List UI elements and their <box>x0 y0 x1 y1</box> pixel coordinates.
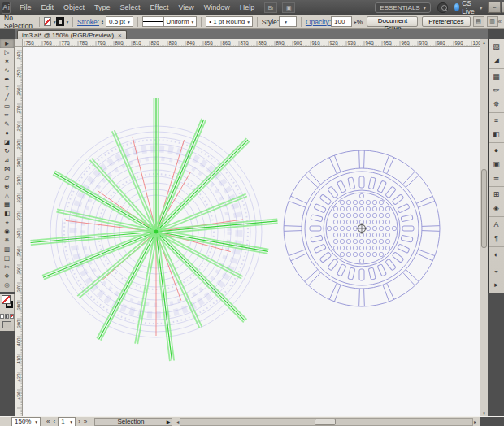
tool-hand[interactable]: ✥ <box>0 272 14 280</box>
tool-eraser[interactable]: ◪ <box>0 137 14 146</box>
panel-symbols-icon[interactable]: ✵ <box>489 98 504 111</box>
stroke-panel-link[interactable]: Stroke: <box>77 18 99 26</box>
menu-window[interactable]: Window <box>199 3 235 11</box>
artwork-left[interactable] <box>30 98 277 361</box>
scroll-down-icon[interactable]: ▾ <box>480 410 488 416</box>
menu-type[interactable]: Type <box>89 3 115 11</box>
menu-help[interactable]: Help <box>235 3 260 11</box>
canvas[interactable] <box>23 47 480 416</box>
panel-color-icon[interactable]: ▧ <box>489 40 504 54</box>
tool-gradient[interactable]: ◧ <box>0 209 14 218</box>
panel-gradient-icon[interactable]: ◧ <box>489 128 504 141</box>
minimize-button[interactable]: – <box>488 2 501 13</box>
tool-blob-brush[interactable]: ● <box>0 128 14 137</box>
align-panel-icon[interactable]: ▤ <box>473 16 484 27</box>
tool-width-tool[interactable]: ⋈ <box>0 164 14 173</box>
color-mode-button[interactable] <box>0 314 4 319</box>
arrange-documents-icon[interactable]: ▣ <box>282 2 295 13</box>
next-artboard-button[interactable]: › <box>77 418 81 425</box>
menu-view[interactable]: View <box>173 3 198 11</box>
workspace-switcher[interactable]: ESSENTIALS ▾ <box>375 2 430 13</box>
panel-swatches-icon[interactable]: ▦ <box>489 70 504 84</box>
menu-edit[interactable]: Edit <box>37 3 59 11</box>
panel-layers-icon[interactable]: ≣ <box>489 172 504 185</box>
tool-eyedropper[interactable]: ⌖ <box>0 218 14 227</box>
opacity-combo[interactable]: 100 <box>331 16 352 27</box>
tool-artboard[interactable]: ◫ <box>0 254 14 263</box>
previous-artboard-button[interactable]: ‹ <box>52 418 56 425</box>
tool-slice[interactable]: ✂ <box>0 263 14 272</box>
stroke-swatch[interactable] <box>56 17 64 26</box>
artboard-number-combo[interactable]: 1 ▾ <box>58 417 76 426</box>
vertical-scroll-thumb[interactable] <box>481 169 487 248</box>
tool-paintbrush[interactable]: ✏ <box>0 111 14 120</box>
status-menu-arrow-icon[interactable]: ▶ <box>167 419 171 424</box>
horizontal-scroll-track[interactable] <box>180 418 473 426</box>
tool-line-segment[interactable]: ╱ <box>0 93 14 102</box>
options-panel-icon[interactable]: ▥ <box>487 16 498 27</box>
panel-stroke-icon[interactable]: ≡ <box>489 114 504 128</box>
tool-direct-selection[interactable]: ▷ <box>0 48 14 57</box>
first-artboard-button[interactable]: « <box>46 418 50 425</box>
tool-perspective-grid[interactable]: △ <box>0 191 14 200</box>
tool-mesh[interactable]: ▦ <box>0 200 14 209</box>
panel-appearance-icon[interactable]: ● <box>489 144 504 158</box>
tab-close-icon[interactable]: × <box>118 32 122 39</box>
panel-transparency-icon[interactable]: ◐ <box>489 248 504 262</box>
panel-brushes-icon[interactable]: ✏ <box>489 84 504 98</box>
vertical-scrollbar[interactable]: ▴ ▾ <box>480 39 488 416</box>
last-artboard-button[interactable]: » <box>83 418 88 425</box>
tool-column-graph[interactable]: ▥ <box>0 245 14 254</box>
document-setup-button[interactable]: Document Setup <box>367 16 418 27</box>
tool-free-transform[interactable]: ▱ <box>0 173 14 182</box>
panel-actions-icon[interactable]: ▸ <box>489 278 504 292</box>
opacity-panel-link[interactable]: Opacity: <box>306 18 331 26</box>
chevron-down-icon[interactable]: ▾ <box>67 20 69 24</box>
panel-info-icon[interactable]: ◒ <box>489 264 504 278</box>
status-display[interactable]: Selection ▶ <box>94 418 172 426</box>
tool-pen[interactable]: ✒ <box>0 75 14 84</box>
horizontal-scroll-thumb[interactable] <box>315 419 336 425</box>
menu-object[interactable]: Object <box>59 3 89 11</box>
tool-lasso[interactable]: ∿ <box>0 66 14 75</box>
collapse-bar-icon[interactable]: « <box>498 18 502 25</box>
panel-paragraph-icon[interactable]: ¶ <box>489 232 504 246</box>
search-input[interactable] <box>437 2 448 13</box>
gradient-mode-button[interactable] <box>5 314 9 319</box>
horizontal-scrollbar[interactable]: ◂ ▸ <box>176 418 477 426</box>
tool-magic-wand[interactable]: ✶ <box>0 57 14 66</box>
tool-rectangle[interactable]: ▭ <box>0 102 14 111</box>
menu-select[interactable]: Select <box>115 3 146 11</box>
drawing-mode-button[interactable] <box>2 321 11 328</box>
stroke-weight-combo[interactable]: 0.5 pt ▾ <box>106 16 133 27</box>
tool-scale[interactable]: ⊿ <box>0 155 14 164</box>
panel-color-guide-icon[interactable]: ◢ <box>489 54 504 67</box>
panel-navigator-icon[interactable]: ◈ <box>489 202 504 215</box>
tool-shape-builder[interactable]: ⊕ <box>0 182 14 191</box>
preferences-button[interactable]: Preferences <box>422 16 470 27</box>
tool-pencil[interactable]: ✎ <box>0 120 14 128</box>
tool-symbol-sprayer[interactable]: ✵ <box>0 236 14 245</box>
none-mode-button[interactable] <box>10 314 14 319</box>
brush-definition-combo[interactable]: • 1 pt Round ▾ <box>206 16 253 27</box>
menu-effect[interactable]: Effect <box>146 3 174 11</box>
menu-file[interactable]: File <box>15 3 37 11</box>
variable-width-combo[interactable]: Uniform ▾ <box>163 16 198 27</box>
panel-artboards-icon[interactable]: ⊞ <box>489 188 504 202</box>
panel-character-icon[interactable]: A <box>489 218 504 232</box>
tool-type[interactable]: T <box>0 84 14 93</box>
artwork-right[interactable] <box>284 150 440 306</box>
tool-zoom[interactable]: ◎ <box>0 280 14 289</box>
tool-rotate[interactable]: ↻ <box>0 146 14 155</box>
fill-proxy-swatch[interactable] <box>2 295 11 304</box>
tool-selection[interactable]: ► <box>0 39 14 48</box>
artwork-layer[interactable] <box>23 47 480 416</box>
cs-live-button[interactable]: CS Live ▾ <box>454 0 483 15</box>
scroll-right-icon[interactable]: ▸ <box>473 419 477 424</box>
stroke-weight-stepper[interactable]: ▲▼ <box>101 20 104 24</box>
bridge-icon[interactable]: Br <box>264 2 277 13</box>
style-combo[interactable]: ▾ <box>279 16 297 27</box>
tool-blend[interactable]: ◉ <box>0 227 14 236</box>
panel-graphic-styles-icon[interactable]: ▣ <box>489 158 504 172</box>
scroll-up-icon[interactable]: ▴ <box>480 39 488 46</box>
